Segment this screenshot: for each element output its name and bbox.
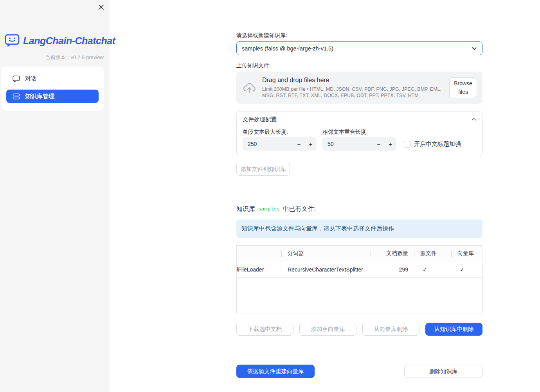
- app-page: LangChain-Chatchat 当前版本：v0.2.6-preview 对…: [0, 0, 540, 392]
- chunk-size-value[interactable]: [243, 141, 293, 147]
- column-header-splitter[interactable]: 分词器: [282, 246, 371, 261]
- zh-title-enhance-checkbox[interactable]: [404, 141, 410, 147]
- sidebar-item-dialogue[interactable]: 对话: [6, 72, 99, 85]
- cloud-upload-icon: [243, 82, 256, 94]
- column-header-source-file[interactable]: 源文件: [414, 246, 452, 261]
- sidebar-item-knowledge-base[interactable]: 知识库管理: [6, 90, 99, 103]
- chunk-overlap-input: − +: [322, 137, 396, 151]
- kb-files-heading: 知识库 samples 中已有文件:: [236, 205, 316, 213]
- table-row[interactable]: UnstructuredFileLoader RecursiveCharacte…: [237, 261, 482, 278]
- cell-source-file-check: ✓: [414, 261, 452, 277]
- kb-files-heading-prefix: 知识库: [236, 205, 255, 213]
- kb-name-code: samples: [258, 206, 280, 212]
- uploader-drop-text: Drag and drop files here: [262, 77, 445, 84]
- sidebar-close-button[interactable]: [95, 2, 106, 13]
- chat-icon: [13, 75, 20, 83]
- divider: [236, 351, 482, 351]
- chunk-overlap-plus-button[interactable]: +: [385, 137, 396, 151]
- cell-docs-count: 299: [371, 261, 414, 277]
- chunk-size-label: 单段文本最大长度:: [243, 129, 288, 136]
- uploader-texts: Drag and drop files here Limit 200MB per…: [262, 77, 445, 99]
- delete-kb-button[interactable]: 删除知识库: [404, 365, 482, 378]
- delete-from-vector-store-button[interactable]: 从向量库删除: [362, 323, 419, 336]
- chunk-size-plus-button[interactable]: +: [305, 137, 317, 151]
- zh-title-enhance-label: 开启中文标题加强: [414, 140, 461, 148]
- sidebar-item-label: 对话: [25, 75, 37, 83]
- add-files-to-kb-button[interactable]: 添加文件到知识库: [236, 163, 290, 176]
- upload-label: 上传知识文件:: [236, 62, 271, 69]
- kb-files-heading-suffix: 中已有文件:: [283, 205, 316, 213]
- table-header-row: 文档加载器 分词器 文档数量 源文件 向量库: [237, 246, 482, 261]
- sidebar: LangChain-Chatchat 当前版本：v0.2.6-preview 对…: [0, 0, 110, 392]
- chevron-down-icon: [471, 45, 477, 52]
- browse-files-button[interactable]: Browse files: [449, 77, 477, 98]
- cell-loader: UnstructuredFileLoader: [237, 261, 282, 277]
- close-icon: [98, 4, 104, 10]
- version-label: 当前版本：: [45, 54, 70, 60]
- kb-select-label: 请选择或新建知识库:: [236, 32, 287, 39]
- stack-icon: [13, 93, 20, 100]
- file-uploader-dropzone[interactable]: Drag and drop files here Limit 200MB per…: [236, 72, 482, 104]
- app-title: LangChain-Chatchat: [23, 35, 115, 47]
- chunk-size-minus-button[interactable]: −: [293, 137, 305, 151]
- add-to-vector-store-button[interactable]: 添加至向量库: [299, 323, 356, 336]
- chunk-overlap-minus-button[interactable]: −: [373, 137, 385, 151]
- chunk-overlap-label: 相邻文本重合长度:: [322, 129, 368, 136]
- file-config-expander: 文件处理配置 单段文本最大长度: 相邻文本重合长度: − + − + 开启中文标…: [236, 111, 482, 156]
- file-config-title: 文件处理配置: [243, 116, 471, 123]
- kb-select[interactable]: samples (faiss @ bge-large-zh-v1.5): [236, 41, 482, 55]
- uploader-limit-text: Limit 200MB per file • HTML, MD, JSON, C…: [262, 86, 445, 99]
- chat-bubble-logo-icon: [5, 34, 20, 47]
- cell-vector-store-check: ✓: [452, 261, 482, 277]
- version-info: 当前版本：v0.2.6-preview: [0, 54, 104, 61]
- download-selected-docs-button[interactable]: 下载选中文档: [236, 323, 293, 336]
- kb-files-table[interactable]: 文档加载器 分词器 文档数量 源文件 向量库 UnstructuredFileL…: [236, 245, 482, 313]
- info-alert: 知识库中包含源文件与向量库，请从下表中选择文件后操作: [236, 219, 482, 238]
- zh-title-enhance-row[interactable]: 开启中文标题加强: [404, 140, 461, 148]
- sidebar-item-label: 知识库管理: [25, 93, 54, 100]
- column-header-docs-count[interactable]: 文档数量: [371, 246, 414, 261]
- rebuild-vector-store-button[interactable]: 依据源文件重建向量库: [236, 365, 315, 378]
- chunk-overlap-value[interactable]: [322, 141, 373, 147]
- version-value: v0.2.6-preview: [70, 54, 104, 60]
- column-header-vector-store[interactable]: 向量库: [452, 246, 482, 261]
- delete-from-kb-button[interactable]: 从知识库中删除: [425, 323, 482, 336]
- info-alert-text: 知识库中包含源文件与向量库，请从下表中选择文件后操作: [241, 225, 394, 232]
- sidebar-menu: 对话 知识库管理: [1, 67, 104, 111]
- chunk-size-input: − +: [243, 137, 317, 151]
- chevron-up-icon: [471, 117, 477, 122]
- app-logo: LangChain-Chatchat: [5, 34, 105, 48]
- kb-select-value: samples (faiss @ bge-large-zh-v1.5): [242, 45, 471, 52]
- cell-splitter: RecursiveCharacterTextSplitter: [282, 261, 371, 277]
- column-header-loader[interactable]: 文档加载器: [237, 246, 282, 261]
- file-config-expander-header[interactable]: 文件处理配置: [237, 111, 482, 127]
- divider: [236, 192, 482, 192]
